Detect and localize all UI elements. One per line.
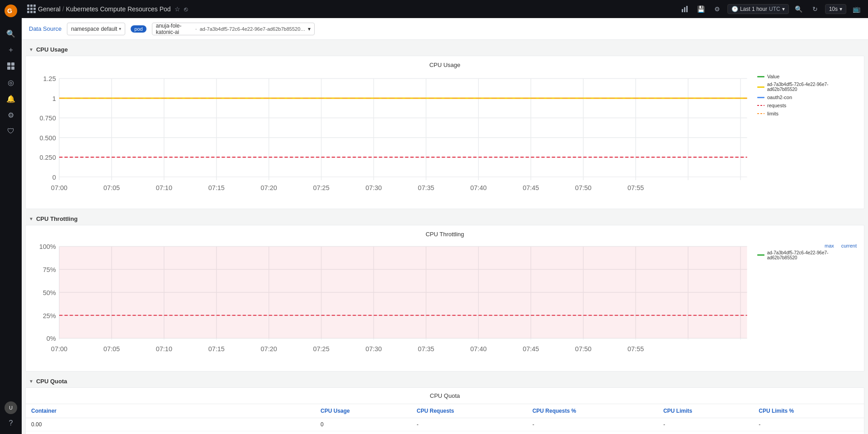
dashboards-icon[interactable] xyxy=(4,59,18,73)
svg-text:75%: 75% xyxy=(43,266,56,273)
svg-rect-5 xyxy=(11,67,14,70)
svg-text:07:35: 07:35 xyxy=(418,345,434,353)
cpu-quota-table: Container CPU Usage CPU Requests CPU Req… xyxy=(26,404,864,434)
legend-label-requests: requests xyxy=(767,103,786,108)
save-btn[interactable]: 💾 xyxy=(695,3,708,15)
legend-item-limits: limits xyxy=(757,111,857,116)
time-range-picker[interactable]: 🕐 Last 1 hour UTC ▾ xyxy=(727,4,789,14)
legend-label-limits: limits xyxy=(767,111,778,116)
toolbar: Data Source namespace default ▾ pod anuj… xyxy=(22,18,868,40)
breadcrumb-separator: / xyxy=(62,5,64,13)
cell-container: oauth2-con xyxy=(26,431,315,434)
cell-cpu-usage: 0 xyxy=(315,418,411,431)
svg-text:07:05: 07:05 xyxy=(104,345,120,353)
cell-container: 0.00 xyxy=(26,418,315,431)
col-cpu-limits-pct: CPU Limits % xyxy=(753,404,864,418)
breadcrumb-page: Kubernetes Compute Resources Pod xyxy=(66,5,171,13)
svg-text:07:25: 07:25 xyxy=(313,184,329,191)
breadcrumb-home[interactable]: General xyxy=(38,5,61,13)
svg-text:1: 1 xyxy=(52,95,56,102)
throttling-legend-item: ad-7a3b4df5-72c6-4e22-96e7-ad62b7b85520 xyxy=(757,250,857,260)
add-icon[interactable]: ＋ xyxy=(4,43,18,57)
cell-cpu-limits-pct: - xyxy=(753,431,864,434)
cpu-throttling-section-header[interactable]: ▼ CPU Throttling xyxy=(22,213,868,225)
grid-icon xyxy=(27,5,36,14)
visualization-btn[interactable] xyxy=(679,3,691,15)
search-icon[interactable]: 🔍 xyxy=(4,26,18,41)
svg-text:07:55: 07:55 xyxy=(627,345,644,353)
settings-icon[interactable]: ⚙ xyxy=(4,108,18,122)
svg-text:0: 0 xyxy=(52,174,56,181)
svg-text:07:25: 07:25 xyxy=(313,345,329,353)
svg-text:07:20: 07:20 xyxy=(261,184,277,191)
star-icon[interactable]: ☆ xyxy=(175,5,180,13)
namespace-filter[interactable]: namespace default ▾ xyxy=(67,23,125,35)
col-cpu-requests-pct: CPU Requests % xyxy=(527,404,658,418)
current-link[interactable]: current xyxy=(841,243,857,248)
svg-text:07:05: 07:05 xyxy=(104,184,120,191)
cpu-throttling-svg: 100% 75% 50% 25% 0% xyxy=(33,241,754,366)
pod-badge[interactable]: pod xyxy=(131,25,146,33)
svg-text:07:45: 07:45 xyxy=(523,345,539,353)
topnav-actions: 💾 ⚙ 🕐 Last 1 hour UTC ▾ 🔍 ↻ 10s ▾ 📺 xyxy=(679,3,863,15)
cpu-usage-chart-container: 1.25 1 0.750 0.500 0.250 0 xyxy=(33,72,857,203)
help-icon[interactable]: ? xyxy=(4,416,18,430)
svg-text:07:15: 07:15 xyxy=(208,184,225,191)
cpu-quota-table-title: CPU Quota xyxy=(26,388,864,404)
throttling-legend-color xyxy=(757,254,764,256)
cell-cpu-usage: 0.00 xyxy=(315,431,411,434)
refresh-interval-label: 10s xyxy=(829,6,838,12)
svg-text:07:45: 07:45 xyxy=(523,184,539,191)
legend-item-requests: requests xyxy=(757,103,857,108)
svg-text:07:10: 07:10 xyxy=(156,184,172,191)
svg-text:07:30: 07:30 xyxy=(365,345,382,353)
legend-item-value: Value xyxy=(757,74,857,79)
alerting-icon[interactable]: 🔔 xyxy=(4,91,18,106)
timezone-label: UTC xyxy=(769,6,780,12)
separator: - xyxy=(195,26,197,32)
content-area: ▼ CPU Usage CPU Usage 1.25 1 0.750 0.500… xyxy=(22,40,868,434)
share-icon[interactable]: ⎋ xyxy=(184,5,188,13)
svg-text:0%: 0% xyxy=(47,335,56,342)
cpu-usage-legend: Value ad-7a3b4df5-72c6-4e22-96e7-ad62b7b… xyxy=(757,72,857,203)
svg-rect-6 xyxy=(682,9,683,12)
legend-color-pod xyxy=(757,86,764,88)
chevron-down-icon: ▾ xyxy=(782,6,785,12)
svg-text:1.25: 1.25 xyxy=(43,75,56,82)
namespace-label: namespace xyxy=(71,26,99,32)
svg-text:07:15: 07:15 xyxy=(208,345,225,353)
svg-text:0.500: 0.500 xyxy=(39,134,56,142)
refresh-interval[interactable]: 10s ▾ xyxy=(825,4,846,14)
svg-text:07:50: 07:50 xyxy=(575,345,591,353)
cpu-throttling-title: CPU Throttling xyxy=(36,215,78,222)
max-link[interactable]: max xyxy=(825,243,834,248)
admin-icon[interactable]: 🛡 xyxy=(4,124,18,138)
settings-btn[interactable]: ⚙ xyxy=(711,3,724,15)
svg-rect-74 xyxy=(59,246,747,338)
col-cpu-requests: CPU Requests xyxy=(411,404,527,418)
chevron-down-icon: ▾ xyxy=(119,26,121,31)
cpu-usage-chart-area: 1.25 1 0.750 0.500 0.250 0 xyxy=(33,72,754,203)
time-range-label: Last 1 hour xyxy=(740,6,767,12)
cpu-quota-section-header[interactable]: ▼ CPU Quota xyxy=(22,375,868,387)
svg-text:07:40: 07:40 xyxy=(470,345,486,353)
namespace-value: default xyxy=(101,26,117,32)
svg-rect-4 xyxy=(7,67,10,70)
grafana-logo[interactable]: G xyxy=(4,4,18,18)
legend-label-pod: ad-7a3b4df5-72c6-4e22-96e7-ad62b7b85520 xyxy=(767,82,857,92)
refresh-btn[interactable]: ↻ xyxy=(809,3,821,15)
cpu-quota-table-panel: CPU Quota Container CPU Usage CPU Reques… xyxy=(25,387,864,434)
cpu-usage-section-header[interactable]: ▼ CPU Usage xyxy=(22,43,868,56)
cpu-throttling-legend: max current ad-7a3b4df5-72c6-4e22-96e7-a… xyxy=(757,241,857,366)
user-avatar[interactable]: U xyxy=(5,401,17,414)
tv-mode-btn[interactable]: 📺 xyxy=(850,3,863,15)
pod-id-filter[interactable]: anuja-fole-katonic-ai - ad-7a3b4df5-72c6… xyxy=(152,23,315,35)
cpu-throttling-chart-title: CPU Throttling xyxy=(33,231,857,238)
legend-item-pod: ad-7a3b4df5-72c6-4e22-96e7-ad62b7b85520 xyxy=(757,82,857,92)
cell-cpu-requests: - xyxy=(411,431,527,434)
explore-icon[interactable]: ◎ xyxy=(4,75,18,90)
svg-text:07:40: 07:40 xyxy=(470,184,486,191)
svg-text:0.250: 0.250 xyxy=(39,154,56,161)
zoom-out-btn[interactable]: 🔍 xyxy=(793,3,805,15)
svg-text:100%: 100% xyxy=(39,243,56,250)
